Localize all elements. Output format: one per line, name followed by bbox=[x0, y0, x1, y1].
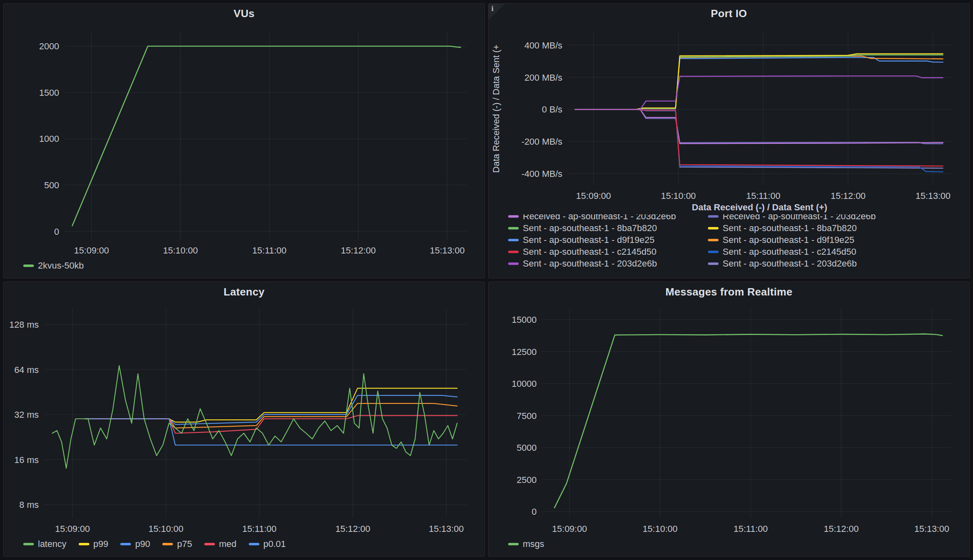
legend-item[interactable]: Sent - ap-southeast-1 - d9f19e25 bbox=[508, 234, 698, 246]
x-tick-label: 15:12:00 bbox=[341, 245, 376, 256]
x-tick-label: 15:13:00 bbox=[430, 245, 465, 256]
legend-item[interactable]: msgs bbox=[508, 539, 544, 549]
legend-swatch-icon bbox=[508, 251, 519, 253]
legend-label: med bbox=[219, 539, 237, 549]
chart-area[interactable]: 15:09:0015:10:0015:11:0015:12:0015:13:00… bbox=[4, 302, 484, 537]
legend-item[interactable]: 2kvus-50kb bbox=[23, 260, 84, 271]
y-tick-label: 0 B/s bbox=[542, 104, 562, 115]
panel-title[interactable]: VUs bbox=[234, 7, 254, 20]
y-tick-label: 500 bbox=[44, 180, 59, 190]
legend-item[interactable]: Sent - ap-southeast-1 - c2145d50 bbox=[708, 246, 969, 258]
legend-label: Sent - ap-southeast-1 - c2145d50 bbox=[723, 247, 856, 257]
messages-chart[interactable]: 15:09:0015:10:0015:11:0015:12:0015:13:00… bbox=[489, 302, 969, 537]
y-tick-label: -200 MB/s bbox=[522, 137, 562, 147]
x-tick-label: 15:11:00 bbox=[242, 524, 276, 534]
series-sent-ap-southeast-1-203d2e6b bbox=[575, 110, 943, 168]
x-tick-label: 15:09:00 bbox=[552, 524, 587, 534]
series-received-ap-southeast-1-203d2e6b bbox=[575, 110, 943, 144]
y-tick-label: 0 bbox=[532, 507, 537, 517]
port-io-chart[interactable]: 15:09:0015:10:0015:11:0015:12:0015:13:00… bbox=[489, 23, 969, 202]
chart-area[interactable]: 15:09:0015:10:0015:11:0015:12:0015:13:00… bbox=[489, 23, 969, 202]
legend-item[interactable]: Sent - ap-southeast-1 - 203d2e6b bbox=[508, 258, 698, 269]
legend-swatch-icon bbox=[508, 543, 519, 545]
y-tick-label: 1000 bbox=[39, 134, 59, 144]
legend-swatch-icon bbox=[708, 215, 719, 218]
panel-header[interactable]: VUs bbox=[4, 4, 484, 23]
panel-title[interactable]: Port IO bbox=[711, 7, 747, 20]
series-sent-ap-southeast-1-c2145d50 bbox=[575, 110, 943, 172]
series-received-ap-southeast-1-203d2e6b bbox=[575, 110, 943, 144]
panel-header[interactable]: Port IO bbox=[489, 4, 969, 23]
chart-area[interactable]: 15:09:0015:10:0015:11:0015:12:0015:13:00… bbox=[4, 23, 484, 258]
y-tick-label: 8 ms bbox=[19, 500, 39, 510]
legend-swatch-icon bbox=[708, 239, 719, 241]
x-axis-title: Data Received (-) / Data Sent (+) bbox=[489, 202, 969, 214]
legend-item[interactable]: Sent - ap-southeast-1 - c2145d50 bbox=[508, 246, 698, 258]
y-tick-label: 0 bbox=[54, 227, 59, 237]
legend-label: Sent - ap-southeast-1 - c2145d50 bbox=[523, 247, 657, 257]
y-tick-label: 128 ms bbox=[9, 320, 39, 330]
y-tick-label: 64 ms bbox=[14, 365, 39, 375]
x-tick-label: 15:13:00 bbox=[429, 524, 464, 534]
messages-legend: msgs bbox=[489, 537, 969, 556]
legend-swatch-icon bbox=[708, 227, 719, 229]
x-tick-label: 15:09:00 bbox=[576, 191, 611, 201]
legend-item[interactable]: Sent - ap-southeast-1 - 8ba7b820 bbox=[508, 222, 698, 234]
panel-header[interactable]: Messages from Realtime bbox=[489, 282, 969, 302]
legend-swatch-icon bbox=[249, 543, 259, 545]
y-tick-label: 200 MB/s bbox=[524, 73, 562, 83]
y-tick-label: 5000 bbox=[517, 443, 537, 453]
legend-item[interactable]: p90 bbox=[120, 539, 150, 549]
legend-swatch-icon bbox=[79, 543, 89, 545]
x-tick-label: 15:12:00 bbox=[824, 524, 859, 534]
panel-messages: Messages from Realtime 15:09:0015:10:001… bbox=[488, 282, 970, 557]
legend-swatch-icon bbox=[508, 227, 519, 229]
vus-chart[interactable]: 15:09:0015:10:0015:11:0015:12:0015:13:00… bbox=[4, 23, 484, 258]
legend-label: Sent - ap-southeast-1 - 203d2e6b bbox=[723, 258, 857, 269]
legend-swatch-icon bbox=[508, 239, 519, 241]
panel-header[interactable]: Latency bbox=[4, 282, 484, 302]
series-p90 bbox=[85, 395, 457, 424]
y-tick-label: 10000 bbox=[512, 379, 537, 389]
port-io-legend-scroll[interactable]: Received - ap-southeast-1 - 203d2e6bRece… bbox=[489, 214, 969, 278]
y-tick-label: 1500 bbox=[39, 88, 59, 98]
vus-legend: 2kvus-50kb bbox=[4, 258, 484, 278]
x-tick-label: 15:11:00 bbox=[252, 245, 287, 256]
legend-item[interactable]: Received - ap-southeast-1 - 203d2e6b bbox=[508, 214, 698, 222]
legend-swatch-icon bbox=[508, 215, 519, 218]
dashboard: VUs 15:09:0015:10:0015:11:0015:12:0015:1… bbox=[0, 0, 973, 560]
legend-item[interactable]: Sent - ap-southeast-1 - 203d2e6b bbox=[708, 258, 969, 269]
legend-item[interactable]: p0.01 bbox=[249, 539, 286, 549]
panel-latency: Latency 15:09:0015:10:0015:11:0015:12:00… bbox=[3, 282, 485, 557]
y-tick-label: 32 ms bbox=[14, 410, 39, 420]
legend-item[interactable]: Sent - ap-southeast-1 - 8ba7b820 bbox=[708, 222, 969, 234]
series-sent-ap-southeast-1-203d2e6b bbox=[575, 76, 943, 109]
legend-label: p90 bbox=[135, 539, 150, 549]
legend-label: Received - ap-southeast-1 - 203d2e6b bbox=[523, 214, 676, 222]
series-latency bbox=[52, 366, 457, 468]
legend-item[interactable]: p99 bbox=[79, 539, 108, 549]
legend-item[interactable]: Sent - ap-southeast-1 - d9f19e25 bbox=[708, 234, 969, 246]
legend-item[interactable]: Received - ap-southeast-1 - 203d2e6b bbox=[708, 214, 969, 222]
x-tick-label: 15:11:00 bbox=[746, 191, 781, 201]
y-tick-label: 15000 bbox=[512, 315, 537, 325]
legend-label: Sent - ap-southeast-1 - 8ba7b820 bbox=[523, 223, 657, 234]
panel-info-corner[interactable]: i bbox=[489, 4, 505, 20]
legend-swatch-icon bbox=[204, 543, 215, 545]
panel-title[interactable]: Latency bbox=[223, 286, 264, 298]
legend-label: p75 bbox=[177, 539, 192, 549]
x-tick-label: 15:12:00 bbox=[831, 191, 866, 201]
series-sent-ap-southeast-1-d9f19e25 bbox=[575, 56, 943, 110]
legend-swatch-icon bbox=[120, 543, 131, 545]
legend-swatch-icon bbox=[708, 251, 719, 253]
legend-item[interactable]: latency bbox=[23, 539, 66, 549]
legend-swatch-icon bbox=[23, 543, 34, 545]
chart-area[interactable]: 15:09:0015:10:0015:11:0015:12:0015:13:00… bbox=[489, 302, 969, 537]
series-sent-ap-southeast-1-c2145d50 bbox=[575, 110, 943, 166]
legend-item[interactable]: med bbox=[204, 539, 237, 549]
panel-title[interactable]: Messages from Realtime bbox=[666, 286, 793, 298]
legend-item[interactable]: p75 bbox=[162, 539, 192, 549]
x-tick-label: 15:09:00 bbox=[74, 245, 109, 256]
latency-chart[interactable]: 15:09:0015:10:0015:11:0015:12:0015:13:00… bbox=[4, 302, 484, 537]
port-io-legend: Received - ap-southeast-1 - 203d2e6bRece… bbox=[508, 214, 969, 269]
